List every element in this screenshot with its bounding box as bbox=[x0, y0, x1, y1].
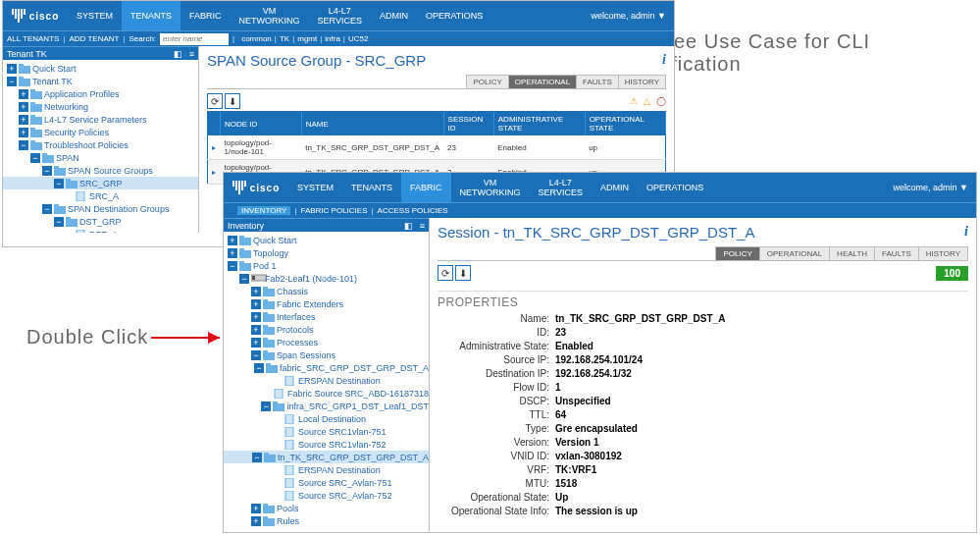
nav-vm[interactable]: VMNETWORKING bbox=[231, 1, 309, 30]
window-icon[interactable]: ◧ bbox=[404, 221, 413, 231]
tab-faults[interactable]: FAULTS bbox=[874, 246, 919, 260]
list-icon[interactable]: ≡ bbox=[420, 221, 425, 231]
tree-item[interactable]: SPAN bbox=[3, 151, 198, 164]
nav-operations[interactable]: OPERATIONS bbox=[417, 1, 491, 30]
expand-icon[interactable] bbox=[7, 64, 17, 74]
info-icon[interactable]: i bbox=[662, 52, 666, 68]
tree-item[interactable]: Source SRC1vlan-752 bbox=[224, 438, 429, 451]
tree-item[interactable]: SRC_A bbox=[3, 189, 198, 202]
tree-item[interactable]: Local Destination bbox=[224, 412, 429, 425]
expand-icon[interactable] bbox=[228, 236, 237, 245]
col-header[interactable]: NAME bbox=[301, 112, 443, 136]
list-icon[interactable]: ≡ bbox=[189, 49, 194, 59]
tree-item[interactable]: Source SRC_Avlan-751 bbox=[224, 476, 429, 489]
info-icon[interactable]: i bbox=[964, 224, 968, 240]
collapse-icon[interactable] bbox=[42, 166, 52, 176]
nav-operations[interactable]: OPERATIONS bbox=[638, 173, 712, 202]
all-tenants-link[interactable]: ALL TENANTS bbox=[7, 34, 59, 43]
tree-item[interactable]: ERSPAN Destination bbox=[224, 374, 429, 387]
tree-item[interactable]: Application Profiles bbox=[3, 87, 198, 100]
tree-item[interactable]: Protocols bbox=[224, 323, 429, 336]
tree-item[interactable]: Fab2-Leaf1 (Node-101) bbox=[224, 272, 429, 285]
tree-item[interactable]: L4-L7 Service Parameters bbox=[3, 113, 198, 126]
refresh-icon[interactable]: ⟳ bbox=[207, 93, 223, 109]
add-tenant-link[interactable]: ADD TENANT bbox=[69, 34, 119, 43]
tab-health[interactable]: HEALTH bbox=[829, 246, 875, 260]
collapse-icon[interactable] bbox=[261, 402, 271, 411]
col-header[interactable]: OPERATIONAL STATE bbox=[585, 112, 665, 136]
col-header[interactable]: ADMINISTRATIVE STATE bbox=[493, 112, 585, 136]
tree-item[interactable]: Networking bbox=[3, 100, 198, 113]
tree-item[interactable]: fabric_SRC_GRP_DST_GRP_DST_A bbox=[224, 361, 429, 374]
collapse-icon[interactable] bbox=[228, 261, 237, 271]
expand-icon[interactable] bbox=[251, 516, 261, 526]
subnav-inventory[interactable]: INVENTORY bbox=[237, 206, 290, 215]
expand-icon[interactable] bbox=[251, 312, 261, 322]
window-icon[interactable]: ◧ bbox=[174, 49, 182, 59]
expand-icon[interactable] bbox=[251, 287, 261, 296]
collapse-icon[interactable] bbox=[42, 204, 52, 214]
col-header[interactable]: NODE ID bbox=[221, 112, 302, 136]
collapse-icon[interactable] bbox=[252, 453, 262, 462]
nav-fabric[interactable]: FABRIC bbox=[181, 1, 231, 30]
tree-item[interactable]: infra_SRC_GRP1_DST_Leaf1_DST bbox=[224, 400, 429, 412]
collapse-icon[interactable] bbox=[54, 179, 64, 188]
tree-item[interactable]: Span Sessions bbox=[224, 348, 429, 361]
collapse-icon[interactable] bbox=[30, 153, 40, 163]
breadcrumb-item[interactable]: mgmt bbox=[294, 34, 320, 43]
welcome-text[interactable]: welcome, admin ▼ bbox=[584, 1, 674, 30]
expand-icon[interactable] bbox=[251, 504, 261, 513]
tab-policy[interactable]: POLICY bbox=[715, 246, 759, 260]
tree-item[interactable]: SPAN Destination Groups bbox=[3, 202, 198, 215]
table-row[interactable]: ▸topology/pod-1/node-101tn_TK_SRC_GRP_DS… bbox=[208, 135, 666, 160]
collapse-icon[interactable] bbox=[7, 77, 17, 86]
search-input[interactable] bbox=[160, 33, 229, 45]
tab-policy[interactable]: POLICY bbox=[466, 75, 508, 88]
tab-history[interactable]: HISTORY bbox=[918, 246, 968, 260]
refresh-icon[interactable]: ⟳ bbox=[438, 265, 453, 281]
col-header[interactable]: SESSION ID bbox=[443, 112, 493, 136]
tree-item[interactable]: Security Policies bbox=[3, 126, 198, 138]
collapse-icon[interactable] bbox=[251, 350, 261, 360]
tree-item[interactable]: Pools bbox=[224, 502, 429, 514]
expand-icon[interactable] bbox=[228, 248, 237, 258]
breadcrumb-item[interactable]: infra bbox=[322, 34, 343, 43]
tree-item[interactable]: Source SRC1vlan-751 bbox=[224, 425, 429, 438]
tab-operational[interactable]: OPERATIONAL bbox=[759, 246, 830, 260]
expand-icon[interactable] bbox=[19, 128, 28, 137]
tree-item[interactable]: Interfaces bbox=[224, 310, 429, 323]
welcome-text[interactable]: welcome, admin ▼ bbox=[886, 173, 976, 202]
collapse-icon[interactable] bbox=[19, 140, 28, 150]
expand-icon[interactable] bbox=[251, 299, 261, 309]
tree-item[interactable]: ERSPAN Destination bbox=[224, 463, 429, 476]
nav-l4-l7[interactable]: L4-L7SERVICES bbox=[530, 173, 592, 202]
download-icon[interactable]: ⬇ bbox=[455, 265, 471, 281]
tab-operational[interactable]: OPERATIONAL bbox=[508, 75, 577, 88]
tree-item[interactable]: Pod 1 bbox=[224, 259, 429, 272]
nav-l4-l7[interactable]: L4-L7SERVICES bbox=[309, 1, 371, 30]
nav-tenants[interactable]: TENANTS bbox=[122, 1, 181, 30]
expand-icon[interactable] bbox=[19, 89, 28, 99]
tree-item[interactable]: Quick Start bbox=[224, 234, 429, 246]
tree-item[interactable]: tn_TK_SRC_GRP_DST_GRP_DST_A bbox=[224, 451, 429, 463]
tree-item[interactable]: SPAN Source Groups bbox=[3, 164, 198, 177]
expand-icon[interactable] bbox=[251, 338, 261, 348]
nav-system[interactable]: SYSTEM bbox=[68, 1, 122, 30]
nav-vm[interactable]: VMNETWORKING bbox=[451, 173, 530, 202]
nav-system[interactable]: SYSTEM bbox=[288, 173, 342, 202]
tree-item[interactable]: Rules bbox=[224, 514, 429, 527]
subnav-fabric-policies[interactable]: FABRIC POLICIES bbox=[300, 206, 367, 215]
collapse-icon[interactable] bbox=[54, 217, 64, 227]
expand-icon[interactable] bbox=[19, 102, 28, 112]
tree-item[interactable]: Source SRC_Avlan-752 bbox=[224, 489, 429, 502]
tree-item[interactable]: Processes bbox=[224, 336, 429, 348]
nav-admin[interactable]: ADMIN bbox=[592, 173, 638, 202]
tree-item[interactable]: Tenant TK bbox=[3, 75, 198, 87]
tree-item[interactable]: Fabric Source SRC_ABD-16187318 bbox=[224, 387, 429, 400]
expand-icon[interactable] bbox=[19, 115, 28, 125]
tab-history[interactable]: HISTORY bbox=[618, 75, 666, 88]
tree-item[interactable]: Troubleshoot Policies bbox=[3, 138, 198, 151]
expand-icon[interactable] bbox=[251, 325, 261, 335]
nav-fabric[interactable]: FABRIC bbox=[401, 173, 451, 202]
tree-item[interactable]: DST_GRP bbox=[3, 215, 198, 228]
